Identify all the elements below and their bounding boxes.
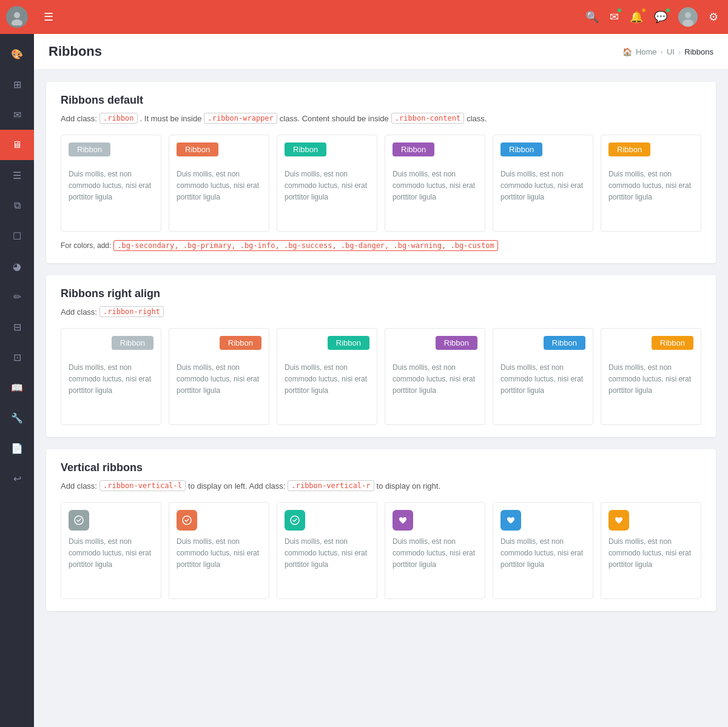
sidebar-item-desktop[interactable]: 🖥	[0, 130, 34, 160]
user-avatar[interactable]	[678, 7, 698, 27]
ribbon-badge-default: Ribbon	[69, 142, 110, 156]
email-icon: ✉	[13, 109, 21, 121]
breadcrumb-sep1: ›	[661, 47, 663, 56]
sidebar-item-chart[interactable]: ◕	[0, 251, 34, 281]
sidebar-item-share[interactable]: ↩	[0, 463, 34, 494]
ribbon-vertical-card-danger: Duis mollis, est non commodo luctus, nis…	[493, 502, 593, 599]
sidebar-item-tools[interactable]: 🔧	[0, 403, 34, 433]
ribbon-vertical-card-primary: Duis mollis, est non commodo luctus, nis…	[169, 502, 269, 599]
ribbon-right-grid: Ribbon Duis mollis, est non commodo luct…	[61, 328, 701, 425]
sidebar-item-file[interactable]: 📄	[0, 433, 34, 463]
code-ribbon-vertical-l: .ribbon-vertical-l	[99, 480, 186, 491]
ribbon-card-danger: Ribbon Duis mollis, est non commodo luct…	[493, 135, 593, 232]
page-title: Ribbons	[49, 44, 102, 59]
inbox-icon: ⊡	[13, 352, 21, 363]
hamburger-button[interactable]: ☰	[44, 10, 53, 24]
section-ribbons-right: Ribbons right align Add class: .ribbon-r…	[46, 275, 716, 437]
ribbon-right-badge-warning: Ribbon	[652, 336, 693, 350]
box-icon: ☐	[13, 230, 21, 242]
svg-point-5	[682, 19, 693, 27]
ribbon-badge-primary: Ribbon	[177, 142, 218, 156]
list-icon: ☰	[13, 170, 21, 181]
ribbon-vertical-badge-success	[393, 510, 413, 531]
sidebar-item-email[interactable]: ✉	[0, 99, 34, 130]
table-icon: ⊟	[13, 321, 21, 333]
main-wrapper: ☰ 🔍 ✉ 🔔 💬 ⚙	[34, 0, 728, 727]
sidebar: 🎨 ⊞ ✉ 🖥 ☰ ⧉ ☐ ◕ ✏ ⊟ ⊡	[0, 0, 34, 727]
desc-suffix: class.	[467, 114, 487, 123]
desc-vertical-mid: to display on left. Add class:	[188, 481, 285, 491]
ribbon-right-badge-info: Ribbon	[328, 336, 369, 350]
sidebar-item-table[interactable]: ⊟	[0, 312, 34, 342]
ribbon-vertical-card-warning: Duis mollis, est non commodo luctus, nis…	[601, 502, 701, 599]
code-ribbon-wrapper: .ribbon-wrapper	[204, 113, 277, 124]
code-ribbon-vertical-r: .ribbon-vertical-r	[288, 480, 374, 491]
colors-note: For colors, add: .bg-secondary, .bg-prim…	[61, 240, 701, 251]
page-header: Ribbons 🏠 Home › UI › Ribbons	[34, 34, 728, 70]
ribbon-badge-success: Ribbon	[393, 142, 434, 156]
section-right-desc: Add class: .ribbon-right	[61, 306, 701, 317]
ribbon-right-badge-default: Ribbon	[112, 336, 153, 350]
ribbon-vertical-card-info: Duis mollis, est non commodo luctus, nis…	[277, 502, 377, 599]
sidebar-logo[interactable]	[0, 0, 34, 34]
copy-icon: ⧉	[14, 200, 21, 211]
sidebar-item-inbox[interactable]: ⊡	[0, 342, 34, 372]
section-default-desc: Add class: .ribbon . It must be inside .…	[61, 113, 701, 124]
desc-mid: . It must be inside	[140, 114, 202, 123]
sidebar-item-edit[interactable]: ✏	[0, 281, 34, 312]
ribbon-vertical-badge-danger	[500, 510, 521, 531]
ribbon-vertical-card-default: Duis mollis, est non commodo luctus, nis…	[61, 502, 161, 599]
ribbon-card-warning: Ribbon Duis mollis, est non commodo luct…	[601, 135, 701, 232]
topbar: ☰ 🔍 ✉ 🔔 💬 ⚙	[34, 0, 728, 34]
breadcrumb-ui[interactable]: UI	[667, 47, 675, 56]
search-button[interactable]: 🔍	[585, 10, 599, 24]
breadcrumb-icon: 🏠	[622, 47, 632, 56]
svg-point-1	[14, 12, 20, 18]
ribbon-vertical-card-success: Duis mollis, est non commodo luctus, nis…	[385, 502, 485, 599]
section-vertical-desc: Add class: .ribbon-vertical-l to display…	[61, 480, 701, 491]
desc-right-prefix: Add class:	[61, 307, 97, 317]
code-ribbon-content: .ribbon-content	[391, 113, 464, 124]
section-right-title: Ribbons right align	[61, 287, 701, 300]
section-ribbons-default: Ribbons default Add class: .ribbon . It …	[46, 82, 716, 263]
desktop-icon: 🖥	[12, 139, 22, 150]
svg-point-4	[685, 12, 691, 18]
desc-vertical-suffix: to display on right.	[377, 481, 441, 491]
ribbon-card-default: Ribbon Duis mollis, est non commodo luct…	[61, 135, 161, 232]
ribbon-right-card-default: Ribbon Duis mollis, est non commodo luct…	[61, 328, 161, 425]
file-icon: 📄	[11, 443, 23, 454]
ribbon-vertical-grid: Duis mollis, est non commodo luctus, nis…	[61, 502, 701, 599]
code-ribbon-right: .ribbon-right	[99, 306, 164, 317]
logo-avatar	[6, 6, 28, 28]
tools-icon: 🔧	[11, 412, 23, 424]
sidebar-item-grid[interactable]: ⊞	[0, 69, 34, 99]
ribbon-card-info: Ribbon Duis mollis, est non commodo luct…	[277, 135, 377, 232]
topbar-icons: 🔍 ✉ 🔔 💬 ⚙	[585, 7, 718, 27]
desc-mid2: class. Content should be inside	[280, 114, 389, 123]
chart-icon: ◕	[13, 261, 21, 272]
grid-icon: ⊞	[13, 79, 21, 90]
ribbon-card-success: Ribbon Duis mollis, est non commodo luct…	[385, 135, 485, 232]
content-area: Ribbons 🏠 Home › UI › Ribbons Ribbons de…	[34, 34, 728, 727]
ribbon-badge-info: Ribbon	[285, 142, 326, 156]
section-vertical-title: Vertical ribbons	[61, 461, 701, 474]
ribbon-right-card-danger: Ribbon Duis mollis, est non commodo luct…	[493, 328, 593, 425]
notifications-button[interactable]: 🔔	[630, 10, 643, 24]
sidebar-item-book[interactable]: 📖	[0, 372, 34, 403]
breadcrumb-current: Ribbons	[684, 47, 713, 56]
ribbon-right-badge-success: Ribbon	[436, 336, 477, 350]
sidebar-item-copy[interactable]: ⧉	[0, 190, 34, 221]
breadcrumb-home[interactable]: Home	[636, 47, 657, 56]
chat-button[interactable]: 💬	[654, 10, 667, 24]
settings-button[interactable]: ⚙	[709, 10, 718, 24]
colors-note-text: For colors, add:	[61, 241, 111, 250]
ribbon-vertical-badge-info	[285, 510, 305, 531]
section-ribbons-vertical: Vertical ribbons Add class: .ribbon-vert…	[46, 449, 716, 611]
sidebar-item-palette[interactable]: 🎨	[0, 39, 34, 69]
email-button[interactable]: ✉	[610, 10, 619, 24]
ribbon-badge-warning: Ribbon	[608, 142, 650, 156]
sidebar-item-list[interactable]: ☰	[0, 160, 34, 190]
sidebar-item-box[interactable]: ☐	[0, 221, 34, 251]
notification-badge	[641, 8, 646, 13]
ribbon-right-card-success: Ribbon Duis mollis, est non commodo luct…	[385, 328, 485, 425]
